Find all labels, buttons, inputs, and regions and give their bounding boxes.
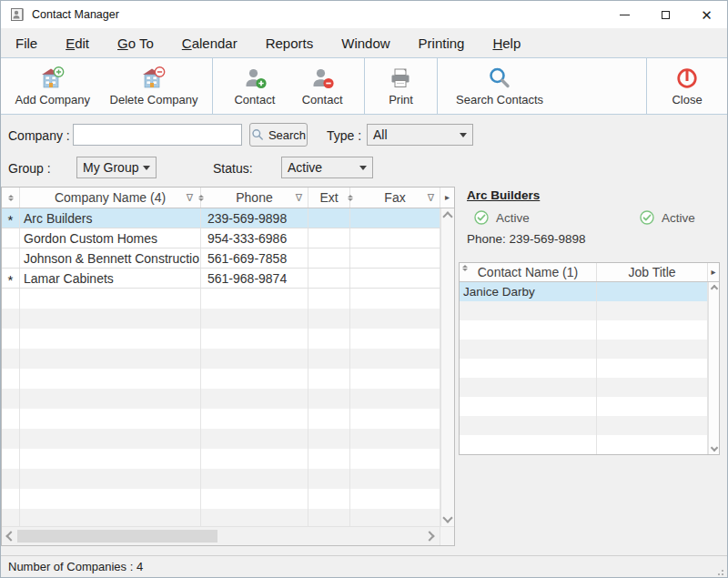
resize-grip-icon[interactable]: [714, 570, 716, 572]
filter-icon[interactable]: ∇: [428, 193, 434, 203]
contact-rows: Janice Darby: [460, 282, 708, 454]
header-corner[interactable]: ▸: [708, 263, 719, 281]
horizontal-scrollbar[interactable]: [2, 526, 454, 545]
status-badge: Active: [640, 210, 695, 225]
check-circle-icon: [474, 210, 489, 225]
empty-row: [2, 389, 440, 409]
empty-row: [2, 489, 440, 509]
column-header-job-title[interactable]: Job Title: [597, 263, 708, 281]
empty-row: [460, 340, 708, 359]
company-rows: * Arc Builders 239-569-9898 Gordon Custo…: [2, 208, 440, 526]
company-row[interactable]: Johnson & Bennett Constructio 561-669-78…: [2, 248, 440, 269]
status-value: Active: [288, 160, 322, 175]
company-table: Company Name (4) ∇ Phone ∇ Ext Fax ∇ ▸: [1, 187, 455, 546]
search-contacts-button[interactable]: Search Contacts: [450, 63, 549, 109]
empty-row: [2, 449, 440, 469]
delete-company-button[interactable]: Delete Company: [105, 63, 204, 109]
company-row[interactable]: * Lamar Cabinets 561-968-9874: [2, 269, 440, 289]
company-search-input[interactable]: [73, 124, 242, 146]
menu-calendar[interactable]: Calendar: [182, 35, 238, 51]
empty-row: [2, 349, 440, 369]
status-bar: Number of Companies : 4: [1, 555, 727, 577]
close-icon: ✕: [701, 8, 713, 22]
group-value: My Group: [83, 160, 138, 175]
empty-row: [460, 359, 708, 378]
status-badge-label: Active: [496, 211, 530, 225]
contact-table: Contact Name (1) Job Title ▸ Janice Darb…: [459, 262, 720, 455]
search-button-label: Search: [268, 128, 306, 142]
window-title: Contact Manager: [32, 8, 119, 21]
menu-help[interactable]: Help: [492, 35, 521, 51]
status-badge-label: Active: [662, 211, 695, 225]
delete-contact-button[interactable]: Contact: [297, 63, 349, 109]
chevron-down-icon[interactable]: [710, 444, 717, 451]
delete-company-label: Delete Company: [110, 93, 198, 106]
chevron-down-icon[interactable]: [442, 512, 452, 522]
column-header-fax[interactable]: Fax ∇: [350, 188, 440, 208]
print-button[interactable]: Print: [383, 63, 419, 109]
menu-file[interactable]: File: [15, 35, 37, 51]
add-company-label: Add Company: [15, 93, 90, 106]
scrollbar-thumb[interactable]: [17, 530, 217, 543]
contact-manager-window: Contact Manager ✕ File Edit Go To Calend…: [0, 0, 728, 578]
empty-row: [460, 397, 708, 416]
empty-row: [460, 416, 708, 435]
filter-icon[interactable]: ∇: [296, 193, 302, 203]
status-dropdown[interactable]: Active: [281, 157, 373, 178]
menu-printing[interactable]: Printing: [419, 35, 465, 51]
check-circle-icon: [640, 210, 654, 225]
header-corner[interactable]: ▸: [440, 188, 454, 208]
sort-icon: [8, 195, 14, 201]
chevron-up-icon[interactable]: [442, 211, 452, 221]
chevron-left-icon[interactable]: [5, 531, 15, 541]
building-add-icon: [40, 66, 65, 91]
vertical-scrollbar[interactable]: [440, 208, 454, 526]
add-contact-button[interactable]: Contact: [228, 63, 280, 109]
company-row[interactable]: * Arc Builders 239-569-9898: [2, 208, 440, 228]
search-button[interactable]: Search: [249, 123, 308, 147]
app-icon: [10, 7, 25, 22]
printer-icon: [389, 66, 412, 91]
company-row[interactable]: Gordon Custom Homes 954-333-6986: [2, 228, 440, 248]
type-dropdown[interactable]: All: [367, 124, 473, 146]
column-header-company-name[interactable]: Company Name (4) ∇: [20, 188, 201, 208]
close-button[interactable]: Close: [666, 63, 707, 109]
menu-reports[interactable]: Reports: [266, 35, 314, 51]
menu-go-to[interactable]: Go To: [117, 35, 154, 51]
contact-table-header: Contact Name (1) Job Title ▸: [460, 263, 719, 282]
filter-icon[interactable]: ∇: [187, 193, 193, 203]
add-company-button[interactable]: Add Company: [10, 63, 96, 109]
column-header-phone[interactable]: Phone ∇: [201, 188, 308, 208]
minimize-button[interactable]: [604, 1, 645, 28]
sort-icon: [198, 195, 204, 201]
chevron-up-icon[interactable]: [710, 285, 717, 292]
empty-row: [2, 469, 440, 489]
toolbar: Add Company Delete Co: [1, 57, 727, 115]
add-contact-label: Contact: [234, 93, 275, 106]
chevron-right-icon: ▸: [445, 193, 450, 202]
company-detail-panel: Arc Builders Active Active Phone: 239-56…: [467, 188, 723, 259]
chevron-down-icon: [143, 166, 150, 174]
empty-row: [2, 369, 440, 389]
vertical-scrollbar[interactable]: [708, 282, 719, 454]
status-bar-text: Number of Companies : 4: [8, 560, 143, 573]
scrollbar-corner: [440, 527, 454, 545]
chevron-down-icon: [460, 133, 467, 141]
marker-column-header[interactable]: [2, 188, 20, 208]
empty-row: [2, 289, 440, 309]
empty-row: [2, 409, 440, 429]
column-header-contact-name[interactable]: Contact Name (1): [460, 263, 597, 281]
menu-edit[interactable]: Edit: [66, 35, 89, 51]
chevron-right-icon: ▸: [711, 268, 715, 277]
menu-window[interactable]: Window: [341, 35, 389, 51]
detail-phone: Phone: 239-569-9898: [467, 232, 586, 246]
maximize-button[interactable]: [645, 1, 686, 28]
person-remove-icon: [310, 66, 334, 91]
empty-row: [2, 329, 440, 349]
contact-row[interactable]: Janice Darby: [460, 282, 708, 301]
group-dropdown[interactable]: My Group: [76, 157, 157, 178]
close-window-button[interactable]: ✕: [686, 1, 727, 28]
sort-icon: [348, 195, 353, 201]
column-header-ext[interactable]: Ext: [308, 188, 350, 208]
chevron-right-icon[interactable]: [424, 531, 434, 541]
